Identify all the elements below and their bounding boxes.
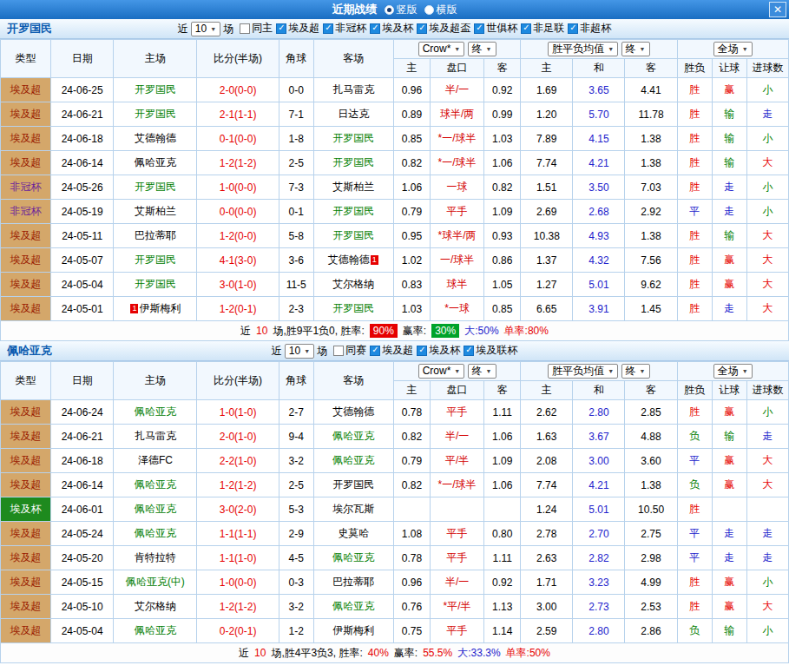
league-filter[interactable]: 世俱杯 [474,21,517,36]
asian-away-odds: 1.06 [484,425,521,449]
match-type: 非冠杯 [1,200,51,224]
close-icon[interactable]: ✕ [769,2,786,17]
checkbox-checked-icon[interactable] [417,23,427,34]
team-name-text: 开罗国民 [135,83,176,96]
league-filter-label: 非足联 [533,21,564,36]
euro-draw-odds: 5.01 [573,273,625,297]
asian-away-odds [484,497,521,522]
horizontal-layout-radio[interactable]: 横版 [424,3,457,17]
checkbox-unchecked-icon[interactable] [333,346,344,356]
league-filter[interactable]: 同主 [240,21,273,36]
match-type: 埃及超 [1,546,51,570]
table-row: 埃及超24-05-20肯特拉特1-1(1-0)4-5佩哈亚克0.78平手1.11… [1,546,789,570]
checkbox-checked-icon[interactable] [464,346,474,356]
handicap-result-header: 让球 [712,381,746,400]
match-score: 3-0(1-0) [197,273,279,297]
odds-company-select[interactable]: Crow* [418,42,465,56]
home-team: 肯特拉特 [114,546,197,570]
handicap-result-cell: 输 [712,102,746,127]
title-bar: 近期战绩 竖版 横版 ✕ [0,0,789,19]
league-filter-label: 埃及联杯 [476,343,517,358]
handicap-value: 半/一 [431,425,484,449]
league-filter[interactable]: 非超杯 [568,21,611,36]
recent-matches-table: 类型 日期 主场 比分(半场) 角球 客场 Crow* 终 胜平负均值 终 全场… [0,39,789,341]
checkbox-checked-icon[interactable] [323,23,333,34]
home-team: 佩哈亚克(中) [114,570,197,595]
checkbox-checked-icon[interactable] [276,23,286,34]
match-date: 24-06-01 [51,497,114,522]
euro-draw-odds: 3.00 [573,449,625,473]
home-team: 佩哈亚克 [114,619,197,643]
away-team: 佩哈亚克 [313,449,393,473]
asian-home-header: 主 [393,381,430,400]
home-team: 泽德FC [114,449,197,473]
checkbox-checked-icon[interactable] [474,23,484,34]
team-name-text: 佩哈亚克 [135,624,176,636]
final-odds-select[interactable]: 终 [468,42,496,56]
euro-away-odds: 10.50 [625,497,677,522]
team-name-text: 佩哈亚克 [135,156,176,168]
checkbox-checked-icon[interactable] [417,346,427,356]
euro-odds-select[interactable]: 胜平负均值 [548,42,618,56]
handicap-result-cell: 走 [712,200,746,224]
checkbox-checked-icon[interactable] [370,23,380,34]
table-row: 埃及超24-05-011伊斯梅利1-2(0-1)2-3开罗国民1.03*一球0.… [1,297,789,321]
league-filter[interactable]: 非冠杯 [323,21,366,36]
asian-away-header: 客 [484,381,521,400]
match-scope-select[interactable]: 全场 [713,42,753,56]
euro-away-odds: 1.45 [625,297,677,321]
league-filter[interactable]: 埃及超 [276,21,319,36]
handicap-value: 平手 [431,200,484,224]
away-team: 史莫哈 [313,522,393,546]
radio-unselected-icon[interactable] [424,5,434,15]
recent-count-select[interactable]: 10 [285,344,314,359]
match-type: 埃及超 [1,151,51,175]
handicap-value: 平手 [431,400,484,425]
checkbox-checked-icon[interactable] [521,23,531,34]
checkbox-checked-icon[interactable] [370,346,380,356]
checkbox-checked-icon[interactable] [568,23,578,34]
league-filter[interactable]: 埃及杯 [417,343,460,358]
euro-draw-odds: 4.21 [573,151,625,175]
league-filter[interactable]: 埃及联杯 [464,343,517,358]
goals-result-cell: 小 [746,175,788,200]
corner-score: 1-8 [279,127,313,151]
euro-draw-odds: 3.23 [573,570,625,595]
final-odds-select[interactable]: 终 [468,364,496,379]
home-team: 开罗国民 [114,175,197,200]
match-scope-select[interactable]: 全场 [713,364,753,379]
euro-draw-odds: 3.50 [573,175,625,200]
league-filters: 同赛埃及超埃及杯埃及联杯 [330,343,517,359]
handicap-result-cell: 走 [712,546,746,570]
league-filter[interactable]: 非足联 [521,21,564,36]
home-team: 开罗国民 [114,248,197,273]
handicap-result-cell [712,497,746,522]
recent-count-select[interactable]: 10 [191,22,220,36]
league-filter[interactable]: 同赛 [333,343,366,358]
vertical-layout-radio[interactable]: 竖版 [385,3,418,17]
handicap-result-cell: 输 [712,425,746,449]
handicap-value: 平手 [431,522,484,546]
league-filter[interactable]: 埃及超 [370,343,413,358]
odds-company-select[interactable]: Crow* [418,364,465,379]
radio-selected-icon[interactable] [385,5,394,15]
match-score: 1-2(1-2) [197,151,279,175]
checkbox-unchecked-icon[interactable] [240,23,250,34]
final-odds-select[interactable]: 终 [621,364,650,379]
recent-matches-table: 类型 日期 主场 比分(半场) 角球 客场 Crow* 终 胜平负均值 终 全场… [0,361,789,663]
team-name-text: 艾德翰德 [135,132,176,144]
goals-result-cell: 大 [746,248,788,273]
league-filter-label: 非超杯 [580,21,611,36]
corner-score: 9-4 [279,425,313,449]
league-filter[interactable]: 埃及超盃 [417,21,470,36]
handicap-result-cell: 走 [712,522,746,546]
asian-home-odds: 0.96 [393,570,430,595]
match-date: 24-05-11 [51,224,114,248]
league-filter[interactable]: 埃及杯 [370,21,413,36]
team-name-text: 佩哈亚克 [135,503,176,515]
match-score: 0-1(0-0) [197,127,279,151]
col-home-header: 主场 [114,40,197,78]
final-odds-select[interactable]: 终 [621,42,650,56]
euro-odds-select[interactable]: 胜平负均值 [548,364,618,379]
away-team: 佩哈亚克 [313,546,393,570]
